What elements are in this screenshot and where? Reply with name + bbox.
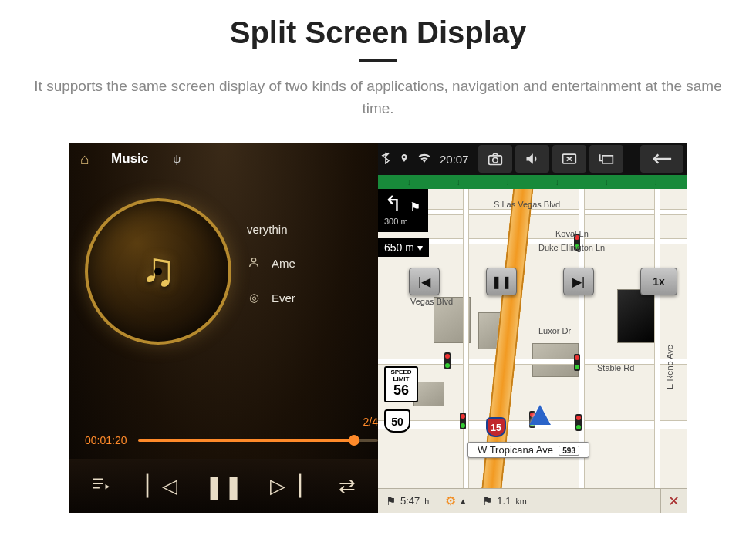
secondary-turn-distance: 650 m [384, 241, 414, 254]
music-tab-label[interactable]: Music [111, 151, 148, 167]
speed-limit-value: 56 [386, 383, 417, 399]
road [654, 189, 660, 488]
album-name: Ever [272, 291, 295, 305]
artist-icon [247, 256, 261, 271]
traffic-light-icon [444, 352, 451, 369]
playlist-button[interactable] [81, 473, 120, 499]
location-icon [400, 152, 409, 167]
navigation-pane: 20:07 ↓ ↓ ↓ ↓ ↓ ↓ [378, 143, 687, 513]
track-metadata: verythin Ame ◎ Ever [247, 223, 295, 325]
screenshot-button[interactable] [478, 145, 512, 173]
interstate-shield: 15 [486, 417, 506, 437]
pause-button[interactable]: ❚❚ [204, 473, 243, 500]
road [378, 359, 687, 365]
transport-controls: ▏◁ ❚❚ ▷▕ ⇄ [69, 459, 378, 513]
map-canvas[interactable]: S Las Vegas Blvd Koval Ln Duke Ellington… [378, 189, 687, 488]
navigation-bottom-bar: ⚑ 5:47 h ⚙ ▴ ⚑ 1.1 km ✕ [378, 488, 687, 513]
progress-fill [138, 439, 354, 442]
lane-arrow-icon: ↓ [505, 177, 510, 187]
close-route-button[interactable]: ✕ [660, 489, 687, 513]
checkered-flag-icon: ⚑ [410, 200, 420, 214]
home-icon[interactable]: ⌂ [80, 150, 89, 168]
current-street-name: W Tropicana Ave [478, 444, 553, 456]
current-street-pill: W Tropicana Ave 593 [467, 442, 589, 458]
music-pane: ⌂ Music ψ ♫ verythin Ame ◎ E [69, 143, 378, 513]
chevron-up-icon: ▴ [461, 495, 466, 507]
street-label: Vegas Blvd [410, 297, 453, 306]
bluetooth-icon [381, 152, 390, 167]
lane-arrow-icon: ↓ [555, 177, 559, 187]
speed-limit-sign: SPEED LIMIT 56 [384, 366, 418, 402]
route-shield: 50 [384, 409, 410, 433]
svg-point-0 [251, 258, 255, 262]
svg-point-2 [492, 157, 498, 163]
artist-row: Ame [247, 256, 295, 271]
artist-name: Ame [272, 257, 295, 270]
lane-arrow-icon: ↓ [456, 177, 461, 187]
close-app-button[interactable] [552, 145, 586, 173]
lane-guidance-strip: ↓ ↓ ↓ ↓ ↓ ↓ [378, 175, 687, 189]
float-next-button[interactable]: ▶| [563, 268, 594, 295]
distance-value: 1.1 [497, 495, 511, 507]
album-icon: ◎ [247, 291, 261, 305]
track-title: verythin [247, 223, 288, 236]
music-note-icon: ♫ [140, 241, 177, 296]
float-pause-button[interactable]: ❚❚ [486, 268, 517, 295]
street-label: Koval Ln [555, 229, 589, 238]
vehicle-cursor-icon [529, 405, 551, 425]
eta-value: 5:47 [400, 495, 420, 507]
progress-track[interactable] [138, 439, 379, 442]
checkered-flag-icon: ⚑ [482, 494, 492, 508]
traffic-light-icon [574, 354, 580, 371]
elapsed-time: 00:01:20 [85, 434, 127, 446]
traffic-light-icon [460, 413, 466, 429]
album-disc[interactable]: ♫ [85, 198, 231, 345]
recent-apps-button[interactable] [589, 145, 623, 173]
street-label: E Reno Ave [665, 345, 674, 389]
secondary-turn-panel[interactable]: 650 m ▾ [378, 238, 429, 257]
track-title-row: verythin [247, 223, 295, 236]
floating-media-controls: |◀ ❚❚ ▶| 1x [409, 268, 677, 295]
device-screenshot: ⌂ Music ψ ♫ verythin Ame ◎ E [69, 143, 687, 513]
shuffle-button[interactable]: ⇄ [328, 474, 366, 498]
street-label: Duke Ellington Ln [538, 243, 605, 252]
building-icon [617, 289, 659, 343]
volume-button[interactable] [515, 145, 549, 173]
eta-segment[interactable]: ⚑ 5:47 h [378, 489, 437, 513]
music-topbar: ⌂ Music ψ [69, 143, 378, 175]
distance-unit: km [515, 497, 526, 506]
primary-turn-panel[interactable]: ↰ ⚑ 300 m [378, 189, 428, 232]
track-index: 2/4 [363, 416, 378, 428]
primary-turn-distance: 300 m [384, 217, 420, 226]
page-subtitle: It supports the same screen display of t… [0, 76, 756, 120]
svg-rect-4 [602, 156, 613, 163]
building-icon [413, 382, 444, 406]
progress-bar-row: 00:01:20 [85, 434, 378, 446]
street-label: Luxor Dr [538, 326, 571, 335]
wifi-icon [418, 153, 430, 166]
previous-track-button[interactable]: ▏◁ [143, 474, 181, 498]
street-label: Stable Rd [597, 363, 634, 372]
street-label: S Las Vegas Blvd [494, 200, 560, 209]
lane-arrow-icon: ↓ [604, 177, 609, 187]
clock: 20:07 [440, 153, 469, 166]
lane-arrow-icon: ↓ [407, 177, 411, 187]
next-track-button[interactable]: ▷▕ [266, 474, 305, 498]
settings-segment[interactable]: ⚙ ▴ [437, 489, 474, 513]
float-speed-button[interactable]: 1x [640, 268, 677, 295]
title-underline [359, 59, 397, 62]
eta-unit: h [424, 497, 429, 506]
route-number: 593 [559, 446, 579, 456]
turn-left-icon: ↰ [384, 194, 402, 215]
chevron-down-icon: ▾ [417, 241, 423, 254]
album-row: ◎ Ever [247, 291, 295, 305]
page-title: Split Screen Display [0, 15, 756, 50]
progress-knob[interactable] [349, 435, 359, 446]
usb-icon[interactable]: ψ [173, 153, 181, 165]
checkered-flag-icon: ⚑ [386, 494, 396, 508]
system-status-bar: 20:07 [378, 143, 687, 175]
distance-segment[interactable]: ⚑ 1.1 km [474, 489, 535, 513]
album-area: ♫ verythin Ame ◎ Ever [69, 175, 378, 376]
float-prev-button[interactable]: |◀ [409, 268, 440, 295]
back-button[interactable] [640, 145, 683, 173]
